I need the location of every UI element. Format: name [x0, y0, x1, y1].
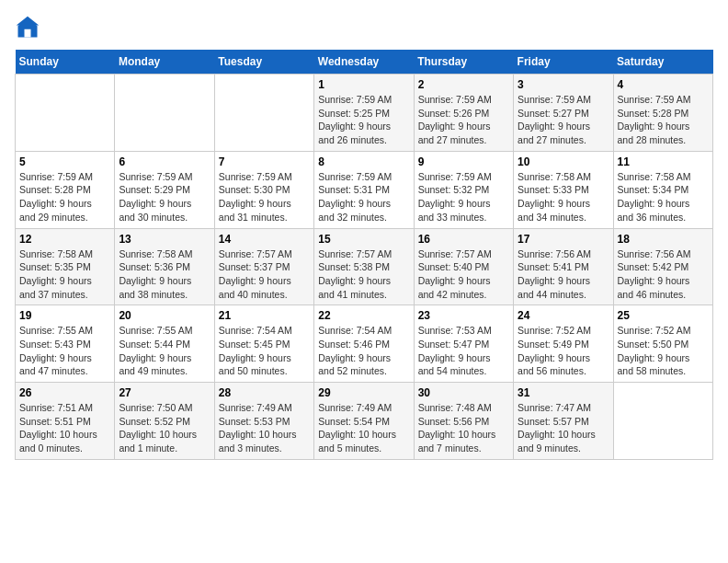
header-day-tuesday: Tuesday [214, 50, 313, 75]
day-number: 23 [418, 309, 509, 322]
day-number: 4 [618, 78, 709, 91]
day-number: 11 [618, 155, 709, 168]
day-info: Sunrise: 7:47 AM Sunset: 5:57 PM Dayligh… [518, 401, 609, 455]
day-number: 3 [518, 78, 609, 91]
day-number: 19 [19, 309, 110, 322]
svg-rect-2 [25, 29, 31, 38]
header-day-sunday: Sunday [16, 50, 115, 75]
header-day-saturday: Saturday [613, 50, 712, 75]
day-info: Sunrise: 7:59 AM Sunset: 5:26 PM Dayligh… [418, 93, 509, 147]
day-number: 6 [119, 155, 210, 168]
day-number: 15 [318, 233, 409, 246]
calendar-cell: 3Sunrise: 7:59 AM Sunset: 5:27 PM Daylig… [514, 75, 613, 152]
day-number: 26 [19, 386, 110, 399]
day-number: 8 [318, 155, 409, 168]
day-number: 22 [318, 309, 409, 322]
day-info: Sunrise: 7:59 AM Sunset: 5:28 PM Dayligh… [618, 93, 709, 147]
calendar-table: SundayMondayTuesdayWednesdayThursdayFrid… [15, 50, 713, 460]
day-info: Sunrise: 7:59 AM Sunset: 5:32 PM Dayligh… [418, 170, 509, 224]
calendar-cell: 7Sunrise: 7:59 AM Sunset: 5:30 PM Daylig… [214, 151, 313, 228]
day-info: Sunrise: 7:49 AM Sunset: 5:53 PM Dayligh… [219, 401, 310, 455]
header-day-monday: Monday [115, 50, 214, 75]
calendar-cell: 4Sunrise: 7:59 AM Sunset: 5:28 PM Daylig… [613, 75, 712, 152]
header-day-thursday: Thursday [414, 50, 513, 75]
calendar-cell: 14Sunrise: 7:57 AM Sunset: 5:37 PM Dayli… [214, 228, 313, 305]
calendar-cell: 31Sunrise: 7:47 AM Sunset: 5:57 PM Dayli… [514, 383, 613, 460]
day-info: Sunrise: 7:51 AM Sunset: 5:51 PM Dayligh… [19, 401, 110, 455]
day-info: Sunrise: 7:52 AM Sunset: 5:49 PM Dayligh… [518, 324, 609, 378]
day-info: Sunrise: 7:48 AM Sunset: 5:56 PM Dayligh… [418, 401, 509, 455]
day-info: Sunrise: 7:59 AM Sunset: 5:25 PM Dayligh… [318, 93, 409, 147]
day-info: Sunrise: 7:58 AM Sunset: 5:35 PM Dayligh… [19, 247, 110, 302]
day-info: Sunrise: 7:59 AM Sunset: 5:28 PM Dayligh… [19, 170, 110, 224]
day-number: 20 [119, 309, 210, 322]
calendar-cell: 8Sunrise: 7:59 AM Sunset: 5:31 PM Daylig… [314, 151, 414, 228]
calendar-cell [613, 383, 712, 460]
day-info: Sunrise: 7:56 AM Sunset: 5:42 PM Dayligh… [618, 247, 709, 302]
day-info: Sunrise: 7:59 AM Sunset: 5:27 PM Dayligh… [518, 93, 609, 147]
day-number: 28 [219, 386, 310, 399]
calendar-cell: 26Sunrise: 7:51 AM Sunset: 5:51 PM Dayli… [16, 383, 115, 460]
logo-icon [15, 15, 40, 40]
calendar-cell: 24Sunrise: 7:52 AM Sunset: 5:49 PM Dayli… [514, 305, 613, 383]
day-number: 2 [418, 78, 509, 91]
calendar-cell: 17Sunrise: 7:56 AM Sunset: 5:41 PM Dayli… [514, 228, 613, 305]
calendar-cell: 21Sunrise: 7:54 AM Sunset: 5:45 PM Dayli… [214, 305, 313, 383]
day-number: 18 [618, 233, 709, 246]
calendar-cell: 27Sunrise: 7:50 AM Sunset: 5:52 PM Dayli… [115, 383, 214, 460]
calendar-cell [16, 75, 115, 152]
day-number: 25 [618, 309, 709, 322]
calendar-cell: 20Sunrise: 7:55 AM Sunset: 5:44 PM Dayli… [115, 305, 214, 383]
day-number: 12 [19, 233, 110, 246]
day-info: Sunrise: 7:56 AM Sunset: 5:41 PM Dayligh… [518, 247, 609, 302]
calendar-cell: 1Sunrise: 7:59 AM Sunset: 5:25 PM Daylig… [314, 75, 414, 152]
calendar-cell: 12Sunrise: 7:58 AM Sunset: 5:35 PM Dayli… [16, 228, 115, 305]
calendar-cell: 30Sunrise: 7:48 AM Sunset: 5:56 PM Dayli… [414, 383, 513, 460]
day-info: Sunrise: 7:55 AM Sunset: 5:44 PM Dayligh… [119, 324, 210, 378]
calendar-cell: 28Sunrise: 7:49 AM Sunset: 5:53 PM Dayli… [214, 383, 313, 460]
calendar-cell: 10Sunrise: 7:58 AM Sunset: 5:33 PM Dayli… [514, 151, 613, 228]
day-number: 29 [318, 386, 409, 399]
header-day-friday: Friday [514, 50, 613, 75]
day-number: 9 [418, 155, 509, 168]
day-info: Sunrise: 7:54 AM Sunset: 5:45 PM Dayligh… [219, 324, 310, 378]
week-row-3: 12Sunrise: 7:58 AM Sunset: 5:35 PM Dayli… [16, 228, 713, 305]
week-row-2: 5Sunrise: 7:59 AM Sunset: 5:28 PM Daylig… [16, 151, 713, 228]
day-number: 13 [119, 233, 210, 246]
calendar-cell [214, 75, 313, 152]
calendar-cell: 19Sunrise: 7:55 AM Sunset: 5:43 PM Dayli… [16, 305, 115, 383]
day-info: Sunrise: 7:54 AM Sunset: 5:46 PM Dayligh… [318, 324, 409, 378]
header-row: SundayMondayTuesdayWednesdayThursdayFrid… [16, 50, 713, 75]
calendar-cell: 22Sunrise: 7:54 AM Sunset: 5:46 PM Dayli… [314, 305, 414, 383]
calendar-cell: 5Sunrise: 7:59 AM Sunset: 5:28 PM Daylig… [16, 151, 115, 228]
calendar-cell: 6Sunrise: 7:59 AM Sunset: 5:29 PM Daylig… [115, 151, 214, 228]
day-info: Sunrise: 7:49 AM Sunset: 5:54 PM Dayligh… [318, 401, 409, 455]
day-info: Sunrise: 7:57 AM Sunset: 5:40 PM Dayligh… [418, 247, 509, 302]
week-row-4: 19Sunrise: 7:55 AM Sunset: 5:43 PM Dayli… [16, 305, 713, 383]
calendar-cell: 18Sunrise: 7:56 AM Sunset: 5:42 PM Dayli… [613, 228, 712, 305]
calendar-cell: 13Sunrise: 7:58 AM Sunset: 5:36 PM Dayli… [115, 228, 214, 305]
logo [15, 15, 44, 40]
header-day-wednesday: Wednesday [314, 50, 414, 75]
day-number: 5 [19, 155, 110, 168]
day-number: 31 [518, 386, 609, 399]
day-info: Sunrise: 7:53 AM Sunset: 5:47 PM Dayligh… [418, 324, 509, 378]
calendar-cell: 9Sunrise: 7:59 AM Sunset: 5:32 PM Daylig… [414, 151, 513, 228]
calendar-cell: 29Sunrise: 7:49 AM Sunset: 5:54 PM Dayli… [314, 383, 414, 460]
day-info: Sunrise: 7:58 AM Sunset: 5:34 PM Dayligh… [618, 170, 709, 224]
day-info: Sunrise: 7:57 AM Sunset: 5:37 PM Dayligh… [219, 247, 310, 302]
day-number: 21 [219, 309, 310, 322]
day-number: 10 [518, 155, 609, 168]
calendar-cell: 25Sunrise: 7:52 AM Sunset: 5:50 PM Dayli… [613, 305, 712, 383]
calendar-cell: 2Sunrise: 7:59 AM Sunset: 5:26 PM Daylig… [414, 75, 513, 152]
day-number: 16 [418, 233, 509, 246]
day-info: Sunrise: 7:59 AM Sunset: 5:30 PM Dayligh… [219, 170, 310, 224]
calendar-cell: 11Sunrise: 7:58 AM Sunset: 5:34 PM Dayli… [613, 151, 712, 228]
page-header [15, 15, 713, 40]
day-info: Sunrise: 7:52 AM Sunset: 5:50 PM Dayligh… [618, 324, 709, 378]
day-number: 17 [518, 233, 609, 246]
day-number: 14 [219, 233, 310, 246]
day-number: 27 [119, 386, 210, 399]
day-info: Sunrise: 7:59 AM Sunset: 5:29 PM Dayligh… [119, 170, 210, 224]
day-info: Sunrise: 7:55 AM Sunset: 5:43 PM Dayligh… [19, 324, 110, 378]
